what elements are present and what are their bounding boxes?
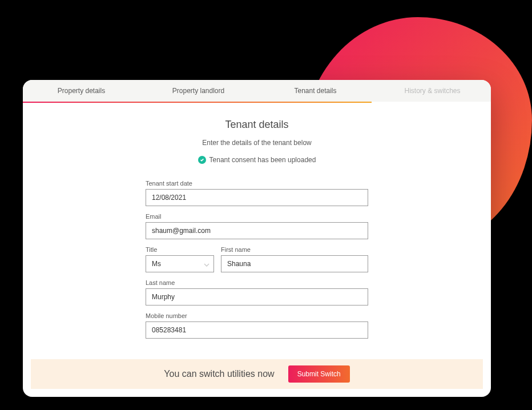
check-circle-icon (198, 156, 206, 164)
tab-history-switches[interactable]: History & switches (374, 80, 491, 102)
consent-text: Tenant consent has been uploaded (209, 156, 316, 164)
first-name-input[interactable] (221, 255, 368, 272)
footer-bar: You can switch utilities now Submit Swit… (31, 359, 483, 389)
start-date-label: Tenant start date (146, 180, 368, 187)
last-name-label: Last name (146, 279, 368, 286)
title-select[interactable] (146, 255, 214, 272)
tab-underline (23, 102, 491, 103)
email-input[interactable] (146, 222, 368, 239)
tab-property-details[interactable]: Property details (23, 80, 140, 102)
main-card: Property details Property landlord Tenan… (23, 80, 491, 397)
mobile-label: Mobile number (146, 312, 368, 319)
page-subheading: Enter the details of the tenant below (46, 139, 468, 147)
submit-switch-button[interactable]: Submit Switch (288, 365, 350, 383)
tab-tenant-details[interactable]: Tenant details (257, 80, 374, 102)
content-area: Tenant details Enter the details of the … (23, 103, 491, 359)
tab-property-landlord[interactable]: Property landlord (140, 80, 257, 102)
tab-bar: Property details Property landlord Tenan… (23, 80, 491, 102)
title-label: Title (146, 246, 214, 253)
start-date-input[interactable] (146, 189, 368, 206)
email-label: Email (146, 213, 368, 220)
last-name-input[interactable] (146, 288, 368, 306)
consent-status: Tenant consent has been uploaded (46, 156, 468, 164)
tenant-form: Tenant start date Email Title (146, 180, 368, 339)
first-name-label: First name (221, 246, 368, 253)
mobile-input[interactable] (146, 321, 368, 339)
footer-text: You can switch utilities now (164, 369, 274, 379)
page-heading: Tenant details (46, 119, 468, 131)
